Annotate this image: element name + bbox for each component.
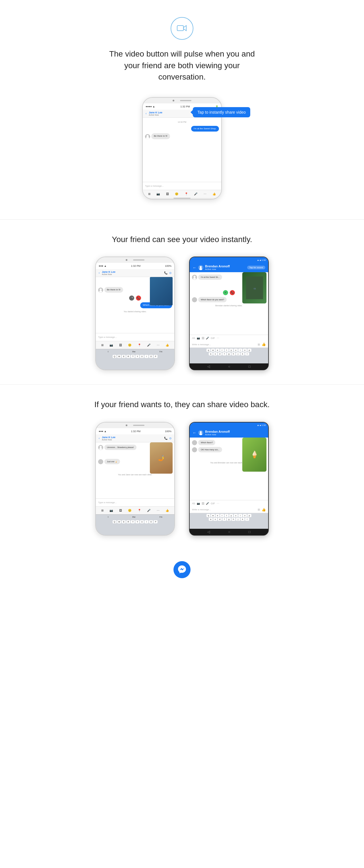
k-o[interactable]: o	[243, 514, 247, 517]
mute-button[interactable]: 🎤	[129, 296, 134, 301]
k-t[interactable]: T	[131, 520, 135, 523]
k-s[interactable]: s	[213, 518, 217, 521]
suggestion-3[interactable]: I'm	[160, 350, 162, 353]
home-nav[interactable]: ○	[228, 365, 230, 369]
input-area[interactable]: Ab 📷 🖼 🎤 GIF ⋯	[190, 500, 268, 506]
input-bar[interactable]: Type a message...	[96, 498, 174, 506]
more-icon[interactable]: ⋯	[157, 509, 160, 512]
k-i[interactable]: i	[238, 349, 242, 352]
image-icon[interactable]: 🖼	[166, 192, 169, 195]
k-u[interactable]: u	[234, 349, 238, 352]
mic-icon[interactable]: 🎤	[206, 337, 209, 340]
end-call-button[interactable]: 📞	[136, 296, 141, 301]
back-icon[interactable]: ‹	[99, 437, 100, 440]
key-t[interactable]: T	[131, 355, 135, 358]
like-icon[interactable]: 👍	[166, 343, 169, 347]
k-o[interactable]: o	[243, 349, 247, 352]
key-i[interactable]: I	[144, 355, 148, 358]
input-bar[interactable]: Type a message...	[96, 333, 174, 341]
k-g[interactable]: g	[227, 352, 231, 355]
k-i[interactable]: I	[144, 520, 148, 523]
k-f[interactable]: f	[222, 518, 226, 521]
sug-3[interactable]: I'm	[160, 516, 162, 518]
android-input-area[interactable]: Ab 📷 🖼 🎤 GIF ⋯	[190, 335, 268, 341]
more-icon[interactable]: ⋯	[157, 343, 160, 347]
mic-icon[interactable]: 🎤	[206, 502, 209, 505]
gif-icon[interactable]: GIF	[211, 337, 215, 340]
emoji-icon[interactable]: 🙂	[128, 509, 131, 512]
k-l[interactable]: l	[245, 352, 249, 355]
k-o[interactable]: O	[149, 520, 153, 523]
ab-icon[interactable]: Ab	[192, 502, 195, 505]
camera-icon[interactable]: 📷	[110, 509, 113, 512]
image-icon[interactable]: 🖼	[119, 343, 122, 347]
k-u[interactable]: U	[140, 520, 144, 523]
back-icon[interactable]: ‹	[99, 271, 100, 275]
grid-icon[interactable]: ⊞	[258, 343, 260, 346]
chat-input-bar[interactable]: Type a message...	[143, 182, 221, 190]
k-q[interactable]: q	[206, 514, 211, 517]
k-y[interactable]: Y	[135, 520, 139, 523]
camera-icon[interactable]: 📷	[110, 343, 113, 347]
k-l[interactable]: l	[245, 518, 249, 521]
mic-icon[interactable]: 🎤	[194, 192, 197, 195]
emoji-icon[interactable]: 🙂	[128, 343, 131, 347]
ab-icon[interactable]: Ab	[192, 337, 195, 340]
k-e[interactable]: e	[216, 514, 220, 517]
key-y[interactable]: Y	[135, 355, 139, 358]
key-r[interactable]: R	[126, 355, 130, 358]
end-call-button[interactable]: 📞	[230, 290, 235, 295]
key-q[interactable]: Q	[113, 355, 117, 358]
k-e[interactable]: e	[216, 349, 220, 352]
sug-2[interactable]: the	[132, 516, 135, 518]
k-k[interactable]: k	[241, 352, 245, 355]
back-icon[interactable]: ←	[193, 430, 196, 435]
k-w[interactable]: w	[211, 349, 215, 352]
like-icon[interactable]: 👍	[262, 508, 266, 512]
k-r[interactable]: r	[220, 514, 224, 517]
sug-1[interactable]: I	[108, 516, 108, 518]
back-nav[interactable]: ◁	[207, 530, 210, 534]
image-icon[interactable]: 🖼	[119, 509, 122, 512]
home-nav[interactable]: ○	[228, 530, 230, 534]
k-k[interactable]: k	[241, 518, 245, 521]
video-icon[interactable]: ⊙	[169, 271, 171, 275]
key-w[interactable]: W	[117, 355, 121, 358]
camera-icon[interactable]: 📷	[157, 192, 160, 195]
back-arrow-icon[interactable]: ←	[193, 266, 196, 270]
k-u[interactable]: u	[234, 514, 238, 517]
k-a[interactable]: a	[209, 352, 213, 355]
k-h[interactable]: h	[231, 518, 235, 521]
k-p[interactable]: P	[153, 520, 158, 523]
k-q[interactable]: Q	[113, 520, 117, 523]
back-nav[interactable]: ◁	[207, 365, 210, 369]
k-t[interactable]: t	[225, 349, 229, 352]
k-h[interactable]: h	[231, 352, 235, 355]
k-p[interactable]: p	[247, 349, 251, 352]
k-r[interactable]: R	[126, 520, 130, 523]
k-g[interactable]: g	[227, 518, 231, 521]
k-a[interactable]: a	[209, 518, 213, 521]
k-i[interactable]: i	[238, 514, 242, 517]
k-t[interactable]: t	[225, 514, 229, 517]
camera-icon[interactable]: 📷	[197, 337, 200, 340]
k-w[interactable]: w	[211, 514, 215, 517]
more-icon[interactable]: ⋯	[217, 502, 219, 505]
k-j[interactable]: j	[236, 518, 240, 521]
recents-nav[interactable]: □	[249, 365, 251, 369]
camera-icon[interactable]: 📷	[197, 502, 200, 505]
video-icon[interactable]: ⊙	[169, 437, 171, 440]
image-icon[interactable]: 🖼	[202, 502, 204, 505]
tap-sound-badge[interactable]: Tap for sound	[247, 266, 265, 269]
more-icon[interactable]: ⋯	[204, 192, 206, 195]
gif-icon[interactable]: GIF	[211, 502, 215, 505]
phone-icon[interactable]: 📞	[164, 271, 168, 275]
k-y[interactable]: y	[229, 349, 233, 352]
location-icon[interactable]: 📍	[138, 343, 141, 347]
k-y[interactable]: y	[229, 514, 233, 517]
back-arrow-icon[interactable]: ‹	[146, 112, 146, 115]
k-f[interactable]: f	[222, 352, 226, 355]
apps-icon[interactable]: ⊞	[101, 509, 104, 512]
k-w[interactable]: W	[117, 520, 121, 523]
mic-icon[interactable]: 🎤	[147, 343, 150, 347]
